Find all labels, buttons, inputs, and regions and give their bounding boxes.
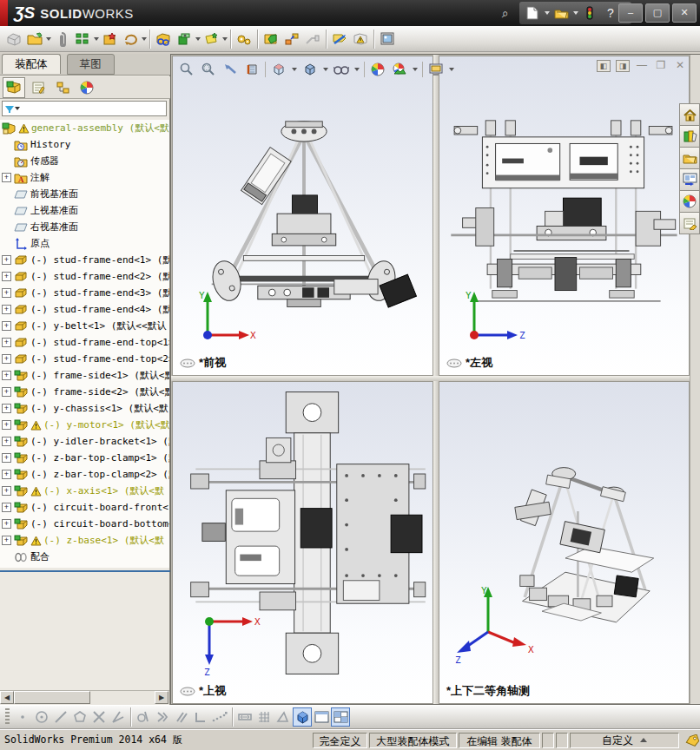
point-snap-icon[interactable]: [13, 707, 32, 727]
expand-box[interactable]: +: [2, 371, 11, 380]
display-style-icon[interactable]: [300, 59, 320, 80]
tree-item[interactable]: + A 原点: [0, 235, 169, 252]
tab-sketch[interactable]: 草图: [67, 54, 115, 75]
file-explorer-icon[interactable]: [679, 147, 700, 169]
viewport-dimetric[interactable]: Y X Z *上下二等角轴测: [439, 381, 690, 704]
midpoint-snap-icon[interactable]: [153, 707, 172, 727]
doc-close-button[interactable]: ✕: [673, 60, 687, 72]
tree-item[interactable]: + A general-assembly (默认<默: [0, 120, 169, 136]
tree-filter-bar[interactable]: [2, 101, 167, 116]
viewport-front[interactable]: Y X *前视: [172, 56, 433, 376]
tree-item[interactable]: + A (-) stud-frame-end<4> (默: [0, 301, 169, 318]
scroll-left-arrow[interactable]: ◀: [0, 691, 14, 704]
tree-item[interactable]: + A (-) circuit-board-front<1: [0, 499, 169, 516]
tree-item[interactable]: + A (-) circuit-board-bottom<: [0, 516, 169, 532]
scroll-right-arrow[interactable]: ▶: [155, 691, 168, 704]
tree-item[interactable]: + A (-) y-idler-bracket<1> (默: [0, 433, 169, 450]
property-manager-icon[interactable]: [27, 77, 50, 98]
tree-item[interactable]: + A (-) y-belt<1> (默认<<默认: [0, 318, 169, 334]
help-icon[interactable]: ?: [601, 3, 620, 23]
tree-horizontal-scrollbar[interactable]: ◀ ▶: [0, 690, 169, 705]
grid-snap-icon[interactable]: [254, 707, 274, 727]
tree-item[interactable]: + A 配合: [0, 549, 169, 565]
custom-status-dropdown[interactable]: 自定义: [570, 733, 679, 748]
tree-item[interactable]: + A (-) x-axis<1> (默认<默: [0, 483, 169, 499]
performance-traffic-light-icon[interactable]: [580, 3, 599, 23]
tree-item[interactable]: + A (-) z-bar-top-clamp<1> (默: [0, 450, 169, 466]
expand-box[interactable]: +: [2, 519, 11, 529]
tree-item[interactable]: + A (-) y-motor<1> (默认<默: [0, 417, 169, 433]
intersection-snap-icon[interactable]: [89, 707, 109, 727]
center-snap-icon[interactable]: [32, 707, 51, 727]
tree-item[interactable]: + A 上视基准面: [0, 202, 169, 219]
exploded-view-icon[interactable]: [281, 29, 302, 49]
tree-item[interactable]: + A (-) stud-frame-end-top<2>: [0, 351, 169, 367]
take-snapshot-icon[interactable]: [377, 29, 398, 49]
doc-restore-button[interactable]: ❐: [654, 60, 668, 72]
dimxpert-manager-icon[interactable]: [76, 77, 98, 98]
close-button[interactable]: ✕: [672, 3, 697, 23]
smart-fasteners-icon[interactable]: [99, 29, 120, 49]
apply-scene-icon[interactable]: [389, 59, 410, 80]
line-snap-icon[interactable]: [51, 707, 70, 727]
horizontal-viewport-splitter[interactable]: [171, 376, 690, 381]
expand-box[interactable]: +: [2, 288, 11, 298]
expand-box[interactable]: +: [2, 503, 11, 512]
tree-item[interactable]: + A (-) z-base<1> (默认<默: [0, 532, 169, 549]
expand-box[interactable]: +: [2, 338, 11, 347]
hide-show-items-caret[interactable]: [354, 68, 360, 71]
shaded-with-edges-button[interactable]: [293, 707, 312, 727]
doc-minimize-button[interactable]: —: [635, 60, 649, 72]
view-palette-icon[interactable]: [679, 168, 700, 191]
length-snap-icon[interactable]: [235, 707, 254, 727]
tree-item[interactable]: + A 右视基准面: [0, 219, 169, 235]
configuration-manager-icon[interactable]: [51, 77, 74, 98]
expand-box[interactable]: +: [2, 173, 11, 182]
new-document-icon[interactable]: [523, 3, 542, 23]
expand-box[interactable]: +: [2, 404, 11, 413]
tree-item[interactable]: + A (-) frame-side<1> (默认<默: [0, 367, 169, 384]
toolbar-grip[interactable]: [5, 708, 10, 726]
reference-geometry-icon[interactable]: [201, 29, 221, 49]
open-document-caret[interactable]: [573, 11, 578, 15]
custom-properties-icon[interactable]: [679, 212, 700, 234]
collapse-left-pane-button[interactable]: ◧: [597, 60, 611, 72]
tree-item[interactable]: + A (-) z-bar-top-clamp<2> (默: [0, 466, 169, 483]
edit-appearance-icon[interactable]: [367, 59, 388, 80]
insert-component-icon[interactable]: [3, 29, 24, 49]
expand-box[interactable]: +: [2, 470, 11, 479]
viewport-top[interactable]: X Z *上视: [172, 381, 433, 704]
component-pattern-icon[interactable]: [72, 29, 93, 49]
view-orientation-icon[interactable]: [268, 59, 289, 80]
tree-item[interactable]: + A History: [0, 136, 169, 153]
expand-box[interactable]: +: [2, 486, 11, 496]
tree-item[interactable]: + A 前视基准面: [0, 186, 169, 202]
angle-snap-icon[interactable]: [109, 707, 128, 727]
expand-box[interactable]: +: [2, 255, 11, 265]
collapse-right-pane-button[interactable]: ◨: [616, 60, 630, 72]
angle-bisector-snap-icon[interactable]: [274, 707, 293, 727]
open-part-icon[interactable]: [24, 29, 45, 49]
zoom-to-area-icon[interactable]: [198, 59, 219, 80]
polygon-snap-icon[interactable]: [70, 707, 89, 727]
motion-study-icon[interactable]: [234, 29, 254, 49]
expand-box[interactable]: +: [2, 437, 11, 446]
feature-tree-split-bar[interactable]: [0, 570, 170, 572]
parallel-snap-icon[interactable]: [172, 707, 191, 727]
expand-box[interactable]: +: [2, 387, 11, 397]
new-document-caret[interactable]: [545, 11, 550, 15]
display-style-caret[interactable]: [323, 68, 328, 71]
mate-icon[interactable]: [51, 29, 72, 49]
four-view-button[interactable]: [331, 707, 350, 727]
rotate-component-caret[interactable]: [142, 37, 147, 41]
interference-detection-icon[interactable]: [329, 29, 350, 49]
apply-scene-caret[interactable]: [413, 68, 418, 71]
hide-show-items-icon[interactable]: [331, 59, 352, 80]
expand-box[interactable]: +: [2, 305, 11, 314]
tree-item[interactable]: + A (-) frame-side<2> (默认<默: [0, 384, 169, 400]
show-hidden-components-icon[interactable]: [153, 29, 174, 49]
assembly-features-icon[interactable]: [174, 29, 195, 49]
expand-box[interactable]: +: [2, 321, 11, 331]
filter-caret[interactable]: [15, 107, 20, 110]
single-view-button[interactable]: [312, 707, 331, 727]
